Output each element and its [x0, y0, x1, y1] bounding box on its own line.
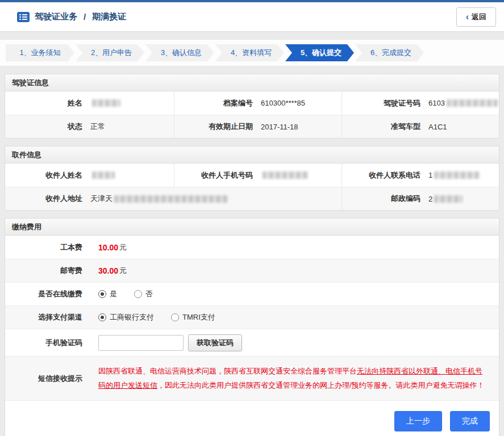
- license-number-value: 6103: [428, 91, 499, 115]
- back-chevron-icon: ‹: [466, 14, 469, 20]
- pay-online-no-label: 否: [145, 289, 153, 299]
- step-confirm-submit: 5、确认提交: [285, 44, 354, 61]
- mailing-fee-label: 邮寄费: [5, 259, 90, 282]
- file-number-label: 档案编号: [174, 91, 261, 115]
- table-row: 状态 正常 有效期止日期 2017-11-18 准驾车型 A1C1: [5, 115, 499, 138]
- fees-section: 缴纳费用 工本费 10.00 元 邮寄费 30.00 元 是否在线缴费: [5, 218, 499, 436]
- payment-channel-options: 工商银行支付 TMRI支付: [90, 306, 499, 329]
- radio-unchecked-icon: [171, 313, 179, 321]
- sms-code-row: 手机验证码 获取验证码: [5, 329, 499, 356]
- redacted-blur: [263, 171, 308, 179]
- address-label: 收件人地址: [5, 187, 90, 210]
- status-value: 正常: [90, 115, 174, 138]
- sms-notice-row: 短信接收提示 因陕西省联通、电信运营商技术问题，陕西省互联网交通安全综合服务管理…: [5, 356, 499, 400]
- sms-code-input[interactable]: [98, 335, 184, 351]
- name-label: 姓名: [5, 91, 90, 115]
- channel-icbc-label: 工商银行支付: [110, 312, 154, 322]
- postcode-value: 2: [428, 187, 499, 210]
- title-separator: /: [84, 12, 86, 22]
- step-business-notice: 1、业务须知: [6, 44, 74, 61]
- header: 驾驶证业务 / 期满换证 ‹ 返回: [0, 2, 504, 32]
- payment-channel-label: 选择支付渠道: [5, 306, 90, 329]
- payment-channel-row: 选择支付渠道 工商银行支付 TMRI支付: [5, 305, 499, 329]
- production-fee-row: 工本费 10.00 元: [5, 236, 499, 259]
- currency-unit: 元: [119, 242, 127, 253]
- radio-checked-icon: [98, 313, 106, 321]
- recipient-phone-label: 收件人联系电话: [342, 164, 428, 187]
- license-info-section-title: 驾驶证信息: [5, 74, 499, 91]
- pickup-info-table: 收件人姓名 收件人手机号码 收件人联系电话 1 收件人地址 天津天 邮政编码: [5, 164, 499, 210]
- notice-post: ，因此无法向此类用户提供陕西省交通管理业务的网上办理/预约等服务。请此类用户避免…: [157, 381, 485, 389]
- license-info-table: 姓名 档案编号 610300****85 驾驶证号码 6103 状态 正常 有效…: [5, 91, 499, 138]
- recipient-mobile-value: [261, 164, 342, 187]
- redacted-blur: [114, 195, 228, 203]
- sms-notice-label: 短信接收提示: [5, 357, 90, 400]
- step-complete-submit: 6、完成提交: [355, 44, 424, 61]
- notice-pre: 因陕西省联通、电信运营商技术问题，陕西省互联网交通安全综合服务管理平台: [98, 367, 357, 375]
- pay-online-no-radio[interactable]: 否: [134, 289, 153, 299]
- expiry-value: 2017-11-18: [261, 115, 342, 138]
- production-fee-value: 10.00 元: [90, 236, 499, 259]
- footer-actions: 上一步 完成: [5, 400, 499, 436]
- name-value: [90, 91, 174, 115]
- license-number-label: 驾驶证号码: [342, 91, 428, 115]
- mailing-fee-amount: 30.00: [98, 266, 118, 275]
- fees-section-title: 缴纳费用: [5, 219, 499, 236]
- status-label: 状态: [5, 115, 90, 138]
- channel-tmri-label: TMRI支付: [182, 312, 215, 322]
- mailing-fee-value: 30.00 元: [90, 259, 499, 282]
- recipient-phone-prefix: 1: [428, 171, 432, 179]
- redacted-blur: [447, 99, 498, 107]
- get-code-button[interactable]: 获取验证码: [188, 334, 242, 351]
- currency-unit: 元: [119, 266, 127, 276]
- previous-step-button[interactable]: 上一步: [394, 411, 442, 431]
- page: 驾驶证业务 / 期满换证 ‹ 返回 1、业务须知 2、用户申告 3、确认信息 4…: [0, 0, 504, 436]
- production-fee-amount: 10.00: [98, 243, 118, 252]
- pay-online-row: 是否在线缴费 是 否: [5, 282, 499, 305]
- sms-code-field: 获取验证码: [90, 329, 499, 356]
- redacted-blur: [92, 171, 115, 179]
- expiry-label: 有效期止日期: [174, 115, 261, 138]
- finish-button[interactable]: 完成: [450, 411, 490, 431]
- recipient-phone-value: 1: [428, 164, 499, 187]
- pay-online-yes-radio[interactable]: 是: [98, 289, 117, 299]
- license-info-section: 驾驶证信息 姓名 档案编号 610300****85 驾驶证号码 6103 状态…: [5, 74, 499, 139]
- channel-tmri-radio[interactable]: TMRI支付: [171, 312, 215, 322]
- pay-online-yes-label: 是: [110, 289, 117, 299]
- title-text: 驾驶证业务: [35, 11, 77, 22]
- steps-bar: 1、业务须知 2、用户申告 3、确认信息 4、资料填写 5、确认提交 6、完成提…: [0, 39, 504, 66]
- license-number-prefix: 6103: [428, 99, 445, 107]
- recipient-mobile-label: 收件人手机号码: [174, 164, 261, 187]
- page-title: 驾驶证业务 / 期满换证: [17, 11, 126, 22]
- recipient-name-label: 收件人姓名: [5, 164, 90, 187]
- postcode-prefix: 2: [428, 195, 432, 203]
- back-button-label: 返回: [472, 12, 486, 22]
- vehicle-class-label: 准驾车型: [342, 115, 428, 138]
- sms-code-label: 手机验证码: [5, 329, 90, 356]
- table-row: 收件人地址 天津天 邮政编码 2: [5, 187, 499, 210]
- step-data-entry: 4、资料填写: [215, 44, 284, 61]
- recipient-name-value: [90, 164, 174, 187]
- table-row: 收件人姓名 收件人手机号码 收件人联系电话 1: [5, 164, 499, 187]
- license-business-icon: [17, 12, 30, 22]
- notice-paragraph: 因陕西省联通、电信运营商技术问题，陕西省互联网交通安全综合服务管理平台无法向持陕…: [98, 359, 499, 398]
- pay-online-options: 是 否: [90, 283, 499, 305]
- address-prefix: 天津天: [90, 194, 113, 204]
- pickup-info-section-title: 取件信息: [5, 146, 499, 164]
- redacted-blur: [434, 195, 463, 203]
- redacted-blur: [434, 171, 480, 179]
- step-user-declaration: 2、用户申告: [76, 44, 144, 61]
- file-number-value: 610300****85: [261, 91, 342, 115]
- redacted-blur: [92, 99, 120, 107]
- table-row: 姓名 档案编号 610300****85 驾驶证号码 6103: [5, 91, 499, 115]
- address-value: 天津天: [90, 187, 342, 210]
- mailing-fee-row: 邮寄费 30.00 元: [5, 259, 499, 282]
- fees-table: 工本费 10.00 元 邮寄费 30.00 元 是否在线缴费 是: [5, 236, 499, 400]
- step-confirm-info: 3、确认信息: [145, 44, 214, 61]
- postcode-label: 邮政编码: [342, 187, 428, 210]
- vehicle-class-value: A1C1: [428, 115, 499, 138]
- channel-icbc-radio[interactable]: 工商银行支付: [98, 312, 154, 322]
- back-button[interactable]: ‹ 返回: [456, 7, 496, 27]
- radio-unchecked-icon: [134, 290, 142, 298]
- sms-notice-text: 因陕西省联通、电信运营商技术问题，陕西省互联网交通安全综合服务管理平台无法向持陕…: [90, 357, 499, 400]
